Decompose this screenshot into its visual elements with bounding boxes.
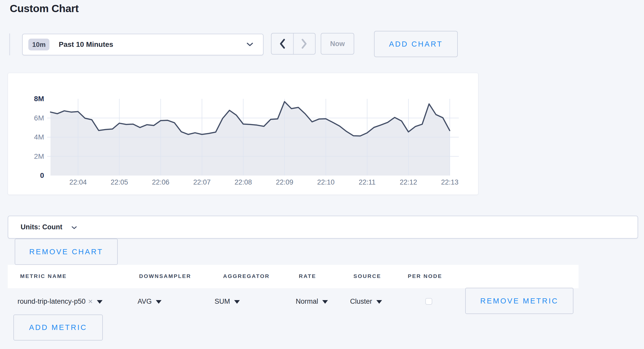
- caret-down-icon: [322, 300, 328, 304]
- metric-name-value: round-trip-latency-p50: [18, 298, 86, 306]
- x-axis-tick-label: 22:12: [400, 178, 417, 186]
- next-time-button[interactable]: [293, 33, 315, 54]
- column-header-metric-name: METRIC NAME: [20, 273, 67, 279]
- x-axis-tick-label: 22:11: [359, 178, 376, 186]
- now-button[interactable]: Now: [321, 33, 354, 55]
- y-axis-tick-label: 6M: [34, 114, 44, 122]
- y-axis-tick-label: 4M: [34, 133, 44, 141]
- caret-down-icon: [156, 300, 162, 304]
- column-header-rate: RATE: [299, 273, 316, 279]
- downsampler-value: AVG: [138, 298, 152, 306]
- remove-chart-button[interactable]: REMOVE CHART: [15, 239, 118, 265]
- y-axis-tick-label: 0: [40, 171, 44, 179]
- downsampler-select[interactable]: AVG: [138, 288, 162, 315]
- chevron-down-icon: [71, 226, 77, 230]
- units-dropdown[interactable]: Units: Count: [8, 216, 638, 239]
- chevron-left-icon: [279, 39, 286, 49]
- x-axis-tick-label: 22:10: [317, 178, 335, 186]
- aggregator-value: SUM: [215, 298, 230, 306]
- metric-name-select[interactable]: round-trip-latency-p50 ×: [18, 288, 103, 315]
- caret-down-icon: [97, 300, 103, 304]
- source-value: Cluster: [350, 298, 372, 306]
- chart-card: 8M6M4M2M022:0422:0522:0622:0722:0822:092…: [8, 73, 478, 195]
- x-axis-tick-label: 22:13: [441, 178, 459, 186]
- time-range-label: Past 10 Minutes: [59, 40, 113, 49]
- column-header-aggregator: AGGREGATOR: [223, 273, 270, 279]
- close-icon[interactable]: ×: [88, 297, 93, 306]
- x-axis-tick-label: 22:05: [111, 178, 128, 186]
- column-header-downsampler: DOWNSAMPLER: [139, 273, 191, 279]
- chevron-down-icon: [246, 42, 254, 47]
- time-range-dropdown[interactable]: 10m Past 10 Minutes: [22, 34, 264, 55]
- x-axis-tick-label: 22:09: [276, 178, 293, 186]
- caret-down-icon: [234, 300, 240, 304]
- per-node-checkbox[interactable]: [425, 298, 432, 305]
- rate-value: Normal: [296, 298, 318, 306]
- y-axis-tick-label: 8M: [34, 95, 44, 103]
- prev-time-button[interactable]: [272, 33, 293, 54]
- time-range-badge: 10m: [28, 39, 49, 50]
- aggregator-select[interactable]: SUM: [215, 288, 240, 315]
- caret-down-icon: [376, 300, 382, 304]
- metric-table-row: round-trip-latency-p50 × AVG SUM Normal …: [0, 288, 644, 315]
- x-axis-tick-label: 22:08: [235, 178, 252, 186]
- timeseries-chart: 8M6M4M2M022:0422:0522:0622:0722:0822:092…: [8, 73, 478, 195]
- remove-metric-button[interactable]: REMOVE METRIC: [465, 288, 573, 314]
- chevron-right-icon: [301, 39, 308, 49]
- y-axis-tick-label: 2M: [34, 152, 44, 160]
- source-select[interactable]: Cluster: [350, 288, 382, 315]
- x-axis-tick-label: 22:06: [152, 178, 170, 186]
- add-chart-button[interactable]: ADD CHART: [374, 31, 458, 57]
- units-label: Units: Count: [21, 223, 62, 231]
- rate-select[interactable]: Normal: [296, 288, 328, 315]
- x-axis-tick-label: 22:04: [69, 178, 87, 186]
- metrics-table-header: METRIC NAME DOWNSAMPLER AGGREGATOR RATE …: [8, 265, 579, 288]
- add-metric-button[interactable]: ADD METRIC: [13, 315, 103, 341]
- page-title: Custom Chart: [10, 3, 79, 15]
- x-axis-tick-label: 22:07: [193, 178, 211, 186]
- toolbar-divider: [9, 33, 10, 55]
- time-step-button-group: [271, 33, 316, 55]
- column-header-source: SOURCE: [353, 273, 381, 279]
- column-header-per-node: PER NODE: [408, 273, 442, 279]
